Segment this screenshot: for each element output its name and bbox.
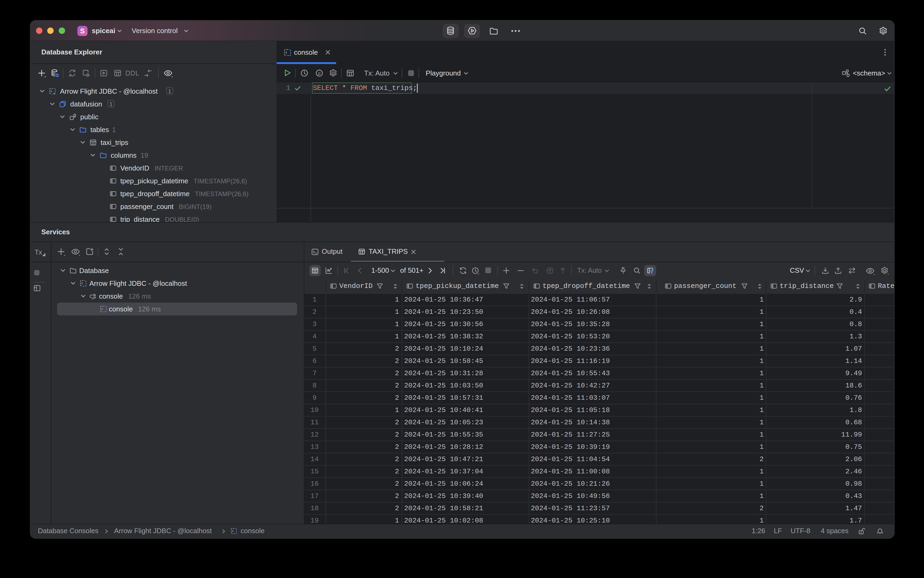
svg-text:p: p xyxy=(318,71,320,76)
